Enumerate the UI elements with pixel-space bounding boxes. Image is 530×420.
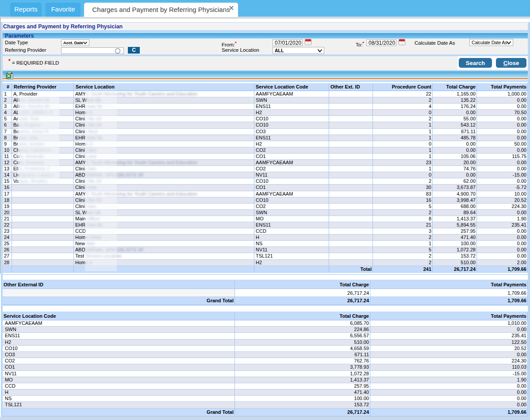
svg-text:12: 12 — [400, 42, 403, 44]
svg-text:12: 12 — [307, 42, 310, 44]
